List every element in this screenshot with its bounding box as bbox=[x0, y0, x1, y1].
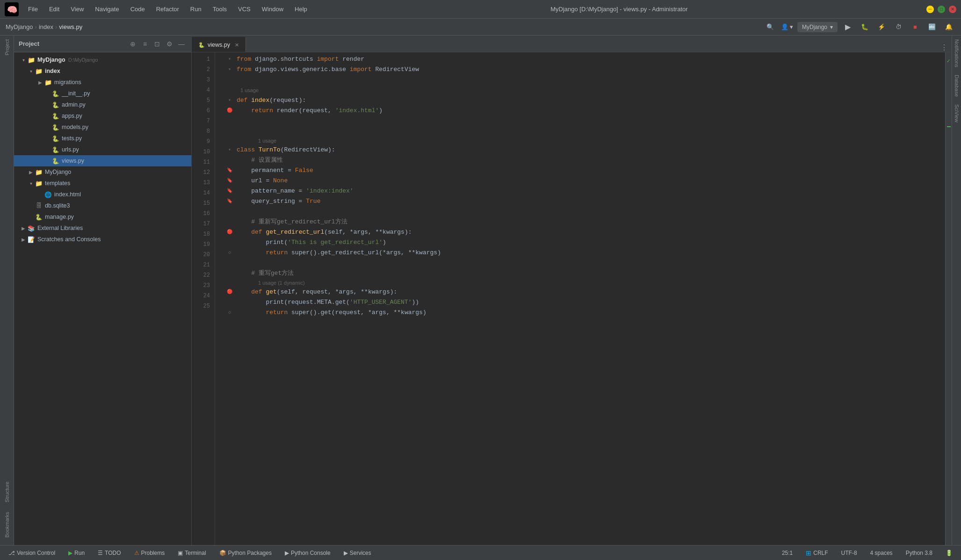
tree-external-libs[interactable]: ▶ 📚 External Libraries bbox=[14, 223, 191, 234]
menu-view[interactable]: View bbox=[66, 4, 88, 14]
run-status-button[interactable]: ▶ Run bbox=[65, 549, 87, 557]
add-content-root-button[interactable]: ⊕ bbox=[128, 39, 138, 49]
tree-index-folder[interactable]: ▾ 📁 index bbox=[14, 65, 191, 77]
line-sep-label: CRLF bbox=[813, 550, 828, 556]
menu-edit[interactable]: Edit bbox=[44, 4, 64, 14]
tree-init[interactable]: 🐍 __init__.py bbox=[14, 88, 191, 99]
bookmarks-label[interactable]: Bookmarks bbox=[4, 508, 10, 541]
tree-apps[interactable]: 🐍 apps.py bbox=[14, 110, 191, 122]
tree-urls[interactable]: 🐍 urls.py bbox=[14, 144, 191, 155]
breadcrumb-index[interactable]: index bbox=[39, 23, 53, 30]
tree-migrations[interactable]: ▶ 📁 migrations bbox=[14, 77, 191, 88]
python-console-button[interactable]: ▶ Python Console bbox=[282, 549, 333, 557]
menu-refactor[interactable]: Refactor bbox=[152, 4, 184, 14]
editor-content[interactable]: 1 2 3 4 5 6 7 8 9 10 11 12 13 14 15 16 1… bbox=[192, 52, 952, 545]
tree-mydjango-folder[interactable]: ▶ 📁 MyDjango bbox=[14, 166, 191, 178]
sciview-label[interactable]: SciView bbox=[954, 101, 960, 126]
code-line-25 bbox=[223, 318, 945, 328]
encoding-label: UTF-8 bbox=[841, 550, 857, 556]
migrations-folder-icon: 📁 bbox=[44, 79, 52, 86]
tree-admin[interactable]: 🐍 admin.py bbox=[14, 99, 191, 110]
tab-menu-button[interactable]: ⋮ bbox=[940, 43, 948, 52]
debug-button[interactable]: 🐛 bbox=[858, 21, 871, 34]
menu-code[interactable]: Code bbox=[126, 4, 150, 14]
tree-index-html[interactable]: 🌐 index.html bbox=[14, 189, 191, 200]
menu-window[interactable]: Window bbox=[257, 4, 288, 14]
translate-button[interactable]: 🔤 bbox=[925, 21, 939, 34]
breadcrumb-file[interactable]: views.py bbox=[59, 23, 82, 30]
services-button[interactable]: ▶ Services bbox=[341, 549, 374, 557]
menu-file[interactable]: File bbox=[23, 4, 43, 14]
project-tool-window[interactable]: Project bbox=[4, 36, 10, 59]
python-packages-button[interactable]: 📦 Python Packages bbox=[217, 549, 275, 557]
status-bar: ⎇ Version Control ▶ Run ☰ TODO ⚠ Problem… bbox=[0, 545, 961, 560]
code-line-22: 🔴 def get(self, request, *args, **kwargs… bbox=[223, 287, 945, 297]
coverage-button[interactable]: ⚡ bbox=[875, 21, 888, 34]
problems-button[interactable]: ⚠ Problems bbox=[131, 549, 168, 557]
power-save-button[interactable]: 🔋 bbox=[943, 549, 955, 557]
console-label: Python Console bbox=[291, 550, 331, 556]
version-control-button[interactable]: ⎇ Version Control bbox=[6, 549, 58, 557]
tree-root[interactable]: ▾ 📁 MyDjango D:\MyDjango bbox=[14, 54, 191, 65]
windows-indicator[interactable]: ⊞ CRLF bbox=[803, 548, 831, 558]
right-sidebar: Notifications Database SciView bbox=[952, 36, 961, 545]
menu-navigate[interactable]: Navigate bbox=[90, 4, 123, 14]
tree-models[interactable]: 🐍 models.py bbox=[14, 122, 191, 133]
scratches-arrow: ▶ bbox=[20, 237, 27, 242]
code-line-8 bbox=[223, 126, 945, 136]
editor-scrollbar[interactable]: ✓ bbox=[945, 52, 952, 545]
close-button[interactable]: ✕ bbox=[949, 6, 956, 13]
account-button[interactable]: 👤 ▾ bbox=[780, 21, 794, 34]
tree-tests[interactable]: 🐍 tests.py bbox=[14, 133, 191, 144]
mydjango-folder-icon: 📁 bbox=[35, 169, 43, 176]
database-label[interactable]: Database bbox=[954, 71, 960, 101]
ln-21: 21 bbox=[192, 260, 210, 270]
gutter-12: 🔖 bbox=[223, 176, 237, 186]
code-line-12: 🔖 url = None bbox=[223, 176, 945, 186]
tree-db[interactable]: 🗄 db.sqlite3 bbox=[14, 200, 191, 211]
run-config-selector[interactable]: MyDjango ▾ bbox=[797, 22, 838, 32]
stop-button[interactable]: ■ bbox=[909, 21, 922, 34]
menu-vcs[interactable]: VCS bbox=[233, 4, 255, 14]
templates-folder-icon: 📁 bbox=[35, 180, 43, 187]
code-line-17: 🔴 def get_redirect_url(self, *args, **kw… bbox=[223, 227, 945, 237]
tree-views[interactable]: 🐍 views.py bbox=[14, 155, 191, 166]
locate-file-button[interactable]: ⊡ bbox=[152, 39, 162, 49]
tree-scratches[interactable]: ▶ 📝 Scratches and Consoles bbox=[14, 234, 191, 245]
python-version-indicator[interactable]: Python 3.8 bbox=[903, 549, 935, 557]
terminal-button[interactable]: ▣ Terminal bbox=[175, 549, 209, 557]
profile-button[interactable]: ⏱ bbox=[892, 21, 905, 34]
services-label: Services bbox=[350, 550, 371, 556]
ln-2: 2 bbox=[192, 65, 210, 75]
code-line-11: 🔖 permanent = False bbox=[223, 165, 945, 176]
root-arrow: ▾ bbox=[20, 57, 27, 63]
menu-run[interactable]: Run bbox=[186, 4, 206, 14]
panel-settings-button[interactable]: ⚙ bbox=[164, 39, 174, 49]
todo-button[interactable]: ☰ TODO bbox=[95, 549, 123, 557]
code-line-10: # 设置属性 bbox=[223, 155, 945, 165]
tab-views-py[interactable]: 🐍 views.py ✕ bbox=[192, 37, 246, 52]
tree-manage[interactable]: 🐍 manage.py bbox=[14, 211, 191, 223]
code-line-4: 1 usage bbox=[223, 85, 945, 95]
terminal-icon: ▣ bbox=[178, 550, 183, 556]
maximize-button[interactable]: □ bbox=[938, 6, 945, 13]
hide-panel-button[interactable]: — bbox=[176, 39, 187, 49]
packages-icon: 📦 bbox=[219, 550, 226, 556]
run-button[interactable]: ▶ bbox=[841, 21, 854, 34]
encoding-button[interactable]: UTF-8 bbox=[838, 549, 860, 557]
settings-button[interactable]: 🔔 bbox=[942, 21, 955, 34]
menu-tools[interactable]: Tools bbox=[208, 4, 231, 14]
structure-label[interactable]: Structure bbox=[4, 478, 10, 506]
indent-button[interactable]: 4 spaces bbox=[867, 549, 896, 557]
collapse-all-button[interactable]: ≡ bbox=[140, 39, 150, 49]
menu-help[interactable]: Help bbox=[290, 4, 312, 14]
notifications-label[interactable]: Notifications bbox=[954, 36, 960, 71]
code-editor[interactable]: ▾ from django.shortcuts import render ▾ … bbox=[215, 52, 945, 545]
position-indicator[interactable]: 25:1 bbox=[779, 549, 795, 557]
search-button[interactable]: 🔍 bbox=[764, 21, 777, 34]
tab-close-button[interactable]: ✕ bbox=[235, 42, 239, 48]
minimize-button[interactable]: ─ bbox=[926, 6, 934, 13]
breadcrumb-project[interactable]: MyDjango bbox=[6, 23, 33, 30]
tree-templates[interactable]: ▾ 📁 templates bbox=[14, 178, 191, 189]
views-label: views.py bbox=[62, 158, 84, 164]
